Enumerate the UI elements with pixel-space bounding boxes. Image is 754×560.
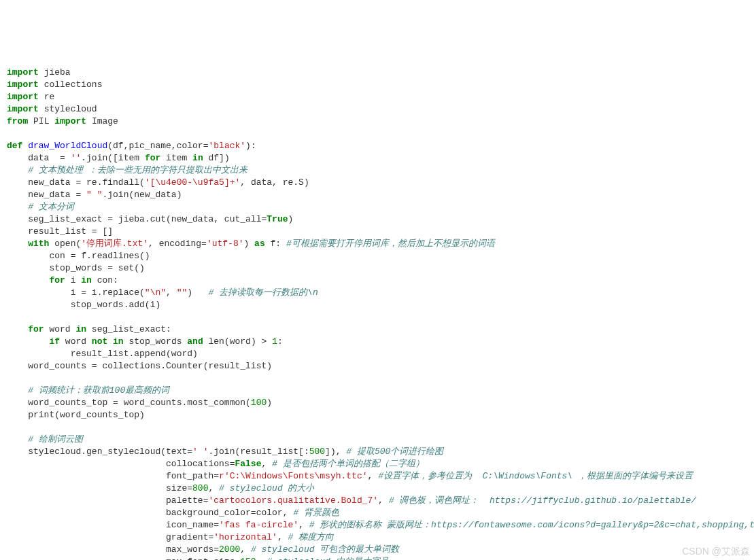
code: size= <box>166 483 192 493</box>
comment: # 是否包括两个单词的搭配（二字组） <box>272 459 424 469</box>
code: , encoding= <box>148 239 207 249</box>
string: 'fas fa-circle' <box>219 520 298 530</box>
keyword-import: import <box>7 67 39 77</box>
number: 150 <box>240 557 256 560</box>
code: result_list = [] <box>28 226 113 237</box>
code: word <box>60 336 92 347</box>
code: , <box>277 532 288 542</box>
code: ) <box>187 287 208 298</box>
string: 'C:\Windows\Fonts\msyh.ttc' <box>224 471 368 481</box>
number: 2000 <box>219 544 240 555</box>
code: data = <box>28 153 70 163</box>
code: collocations= <box>166 459 235 469</box>
keyword-import: import <box>7 80 39 90</box>
comment: # 文本预处理 ：去除一些无用的字符只提取出中文出来 <box>28 165 247 175</box>
keyword-if: if <box>49 336 60 347</box>
string: '停用词库.txt' <box>81 239 148 249</box>
string: 'cartocolors.qualitative.Bold_7' <box>208 495 378 506</box>
keyword-in: in <box>113 336 124 347</box>
code: gradient= <box>166 532 213 542</box>
keyword-as: as <box>254 239 265 249</box>
code: stop_words <box>124 336 188 347</box>
comment: # 词频统计：获取前100最高频的词 <box>28 385 169 396</box>
comment: # 形状的图标名称 蒙版网址：https://fontawesome.com/i… <box>309 520 754 530</box>
keyword-import: import <box>54 116 86 126</box>
code: , data, re.S) <box>240 177 309 188</box>
code: new_data = re.findall( <box>28 177 145 188</box>
code: , <box>261 459 272 469</box>
comment: #设置字体，参考位置为 C:\Windows\Fonts\ ，根据里面的字体编号… <box>378 471 693 481</box>
keyword-not: not <box>92 336 107 347</box>
code-block: import jieba import collections import r… <box>7 54 747 560</box>
comment: # 去掉读取每一行数据的\n <box>209 287 318 298</box>
comment: # stylecloud 的大小 <box>219 483 314 493</box>
code: len(word) > <box>203 336 272 347</box>
comment: # 提取500个词进行绘图 <box>346 447 443 457</box>
code: font_path= <box>166 471 219 481</box>
code: new_data = <box>28 190 86 200</box>
number: 800 <box>192 483 208 493</box>
code: .join(result_list[: <box>208 447 309 457</box>
module: jieba <box>44 67 71 77</box>
comment: # 梯度方向 <box>288 532 335 542</box>
code: stop_words.add(i) <box>71 300 161 310</box>
code: ) <box>244 239 255 249</box>
number: 100 <box>251 398 267 408</box>
code: ) <box>288 214 294 224</box>
code: open( <box>49 239 81 249</box>
number: 500 <box>309 447 325 457</box>
code: print(word_counts_top) <box>28 410 145 420</box>
comment: # stylecloud 可包含的最大单词数 <box>251 544 399 555</box>
raw-prefix: r <box>219 471 224 481</box>
code: .join(new_data) <box>102 190 182 200</box>
number: 1 <box>272 336 277 347</box>
keyword-import: import <box>7 104 39 114</box>
code: ) <box>267 398 272 408</box>
code: f: <box>265 239 286 249</box>
keyword-import: import <box>7 92 39 102</box>
keyword-for: for <box>49 275 65 285</box>
comment: # 调色板，调色网址： https://jiffyclub.github.io/… <box>389 495 696 506</box>
code: stop_words = set() <box>49 263 144 273</box>
code: , <box>298 520 309 530</box>
module: PIL <box>33 116 49 126</box>
function-name: draw_WorldCloud <box>28 141 107 151</box>
comment: # 文本分词 <box>28 202 74 212</box>
keyword-with: with <box>28 239 49 249</box>
params-close: ): <box>245 141 256 151</box>
code: seg_list_exact = jieba.cut(new_data, cut… <box>28 214 267 224</box>
code: i <box>65 275 81 285</box>
code: seg_list_exact: <box>86 324 171 334</box>
code: , <box>378 495 389 506</box>
code: .join([item <box>81 153 145 163</box>
code: , <box>256 557 267 560</box>
keyword-def: def <box>7 141 22 151</box>
code: df]) <box>203 153 230 163</box>
keyword-and: and <box>187 336 203 347</box>
comment: # stylecloud 中的最大字号 <box>267 557 388 560</box>
keyword-for: for <box>28 324 44 334</box>
code: max_words= <box>166 544 219 555</box>
code: icon_name= <box>166 520 219 530</box>
code: ]), <box>325 447 346 457</box>
keyword-in: in <box>75 324 86 334</box>
code: , <box>240 544 251 555</box>
keyword-in: in <box>192 153 203 163</box>
code: stylecloud.gen_stylecloud(text= <box>28 447 192 457</box>
comment: # 绘制词云图 <box>28 434 83 444</box>
string: "" <box>177 287 188 298</box>
comment: # 背景颜色 <box>293 508 339 518</box>
keyword-from: from <box>7 116 28 126</box>
keyword-for: for <box>145 153 160 163</box>
module: stylecloud <box>44 104 97 114</box>
module: re <box>44 92 55 102</box>
code: result_list.append(word) <box>71 349 198 359</box>
string: ' ' <box>192 447 208 457</box>
code: con = f.readlines() <box>49 251 150 261</box>
code: word <box>44 324 76 334</box>
code: , <box>368 471 379 481</box>
code: word_counts = collections.Counter(result… <box>28 361 272 371</box>
string: "\n" <box>145 287 166 298</box>
string: '' <box>71 153 82 163</box>
boolean: False <box>235 459 261 469</box>
